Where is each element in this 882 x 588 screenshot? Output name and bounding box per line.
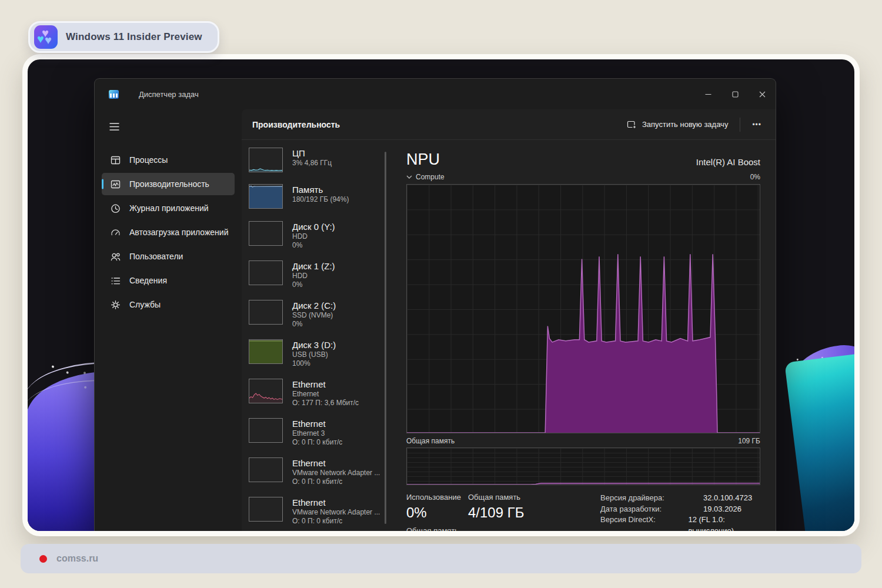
menu-toggle-button[interactable] [104, 118, 124, 135]
perf-item-disk1[interactable]: Диск 1 (Z:)HDD0% [249, 260, 386, 300]
maximize-button[interactable] [721, 79, 749, 109]
run-new-task-button[interactable]: Запустить новую задачу [621, 116, 734, 133]
perf-item-line: О: 0 П: 0 кбит/с [292, 517, 380, 526]
perf-item-cpu[interactable]: ЦП3% 4,86 ГГц [249, 148, 386, 184]
disk3-thumbnail [249, 339, 283, 364]
perf-item-line: SSD (NVMe) [292, 311, 336, 320]
performance-device-list: ЦП3% 4,86 ГГц Память180/192 ГБ (94%) Дис… [242, 140, 386, 536]
content-area: Производительность Запустить новую задач… [242, 109, 776, 536]
insider-badge: ♥ ♥ ♥ Windows 11 Insider Preview [28, 21, 219, 53]
perf-item-line: 3% 4,86 ГГц [292, 159, 332, 168]
perf-item-disk2[interactable]: Диск 2 (C:)SSD (NVMe)0% [249, 300, 386, 339]
cpu-thumbnail [249, 148, 283, 172]
disk1-thumbnail [249, 260, 283, 285]
disk2-thumbnail [249, 300, 283, 325]
perf-item-line: Ethernet [292, 390, 359, 399]
perf-item-title: Ethernet [292, 457, 380, 469]
wallpaper-sparkles [52, 365, 55, 368]
sidebar-item-label: Сведения [129, 276, 167, 286]
sidebar-item-performance[interactable]: Производительность [102, 173, 235, 195]
perf-item-ethernet3[interactable]: EthernetVMware Network Adapter ...О: 0 П… [249, 457, 386, 497]
perf-item-line: Ethernet 3 [292, 429, 342, 438]
footer-watermark: comss.ru [21, 544, 861, 573]
compute-section-label[interactable]: Compute [416, 173, 445, 181]
details-icon [110, 275, 121, 286]
minimize-button[interactable] [694, 79, 721, 109]
window-titlebar[interactable]: Диспетчер задач [95, 79, 776, 109]
badge-label: Windows 11 Insider Preview [66, 31, 202, 43]
directx-version-value: 12 (FL 1.0: вычисление) [688, 514, 760, 536]
perf-item-line: 100% [292, 359, 336, 368]
perf-item-title: Ethernet [292, 497, 380, 508]
sidebar-item-label: Пользователи [129, 252, 183, 262]
sidebar-item-processes[interactable]: Процессы [102, 149, 235, 171]
navigation-sidebar: Процессы Производительность Журнал прило… [95, 109, 242, 536]
processes-icon [110, 155, 121, 166]
perf-item-disk3[interactable]: Диск 3 (D:)USB (USB)100% [249, 339, 386, 379]
sidebar-item-label: Процессы [129, 155, 168, 165]
startup-apps-icon [110, 227, 121, 238]
driver-version-label: Версия драйвера: [600, 493, 703, 504]
driver-date-value: 19.03.2026 [703, 504, 741, 515]
perf-item-ethernet2[interactable]: EthernetEthernet 3О: 0 П: 0 кбит/с [249, 418, 386, 457]
shared-memory-label: Общая память [406, 437, 455, 445]
hamburger-menu-icon [109, 123, 119, 131]
performance-icon [110, 179, 121, 190]
app-history-icon [110, 203, 121, 214]
ethernet1-thumbnail [249, 379, 283, 403]
heart-blue-icon: ♥ [45, 34, 52, 46]
sidebar-item-app-history[interactable]: Журнал приложений [102, 197, 235, 219]
run-new-task-label: Запустить новую задачу [642, 120, 728, 129]
content-header: Производительность Запустить новую задач… [242, 109, 776, 140]
perf-item-line: О: 0 П: 0 кбит/с [292, 477, 380, 486]
sidebar-item-details[interactable]: Сведения [102, 269, 235, 292]
sidebar-item-services[interactable]: Службы [102, 293, 235, 316]
perf-item-line: VMware Network Adapter ... [292, 469, 380, 477]
hearts-logo-icon: ♥ ♥ ♥ [34, 25, 58, 49]
ethernet3-thumbnail [249, 457, 283, 482]
perf-item-line: 0% [292, 280, 335, 289]
perf-item-ethernet4[interactable]: EthernetVMware Network Adapter ...О: 0 П… [249, 497, 386, 536]
perf-item-title: Память [292, 184, 349, 195]
sidebar-item-users[interactable]: Пользователи [102, 245, 235, 268]
disk0-thumbnail [249, 221, 283, 246]
users-icon [110, 251, 121, 262]
ethernet2-thumbnail [249, 418, 283, 443]
perf-item-disk0[interactable]: Диск 0 (Y:)HDD0% [249, 221, 386, 260]
heart-cyan-icon: ♥ [37, 33, 44, 45]
memory-thumbnail [249, 184, 283, 209]
shared-stat-value: 4/109 ГБ [468, 504, 539, 522]
new-task-icon [627, 120, 637, 129]
usage-stat-value: 0% [406, 504, 468, 522]
npu-panel: NPU Intel(R) AI Boost Compute 0% Общая п… [386, 140, 776, 536]
sidebar-item-label: Журнал приложений [129, 203, 209, 213]
perf-item-title: Диск 3 (D:) [292, 339, 336, 350]
compute-current-value: 0% [750, 173, 760, 181]
npu-device-name: Intel(R) AI Boost [696, 156, 760, 169]
sidebar-item-startup-apps[interactable]: Автозагрузка приложений [102, 221, 235, 243]
perf-item-ethernet1[interactable]: EthernetEthernetО: 177 П: 3,6 Мбит/с [249, 379, 386, 418]
wallpaper-teal-shape [784, 352, 860, 536]
perf-item-title: Диск 1 (Z:) [292, 260, 335, 272]
perf-item-line: О: 0 П: 0 кбит/с [292, 438, 342, 447]
sidebar-item-label: Производительность [129, 179, 209, 189]
maximize-icon [732, 91, 739, 98]
perf-item-line: HDD [292, 232, 335, 241]
perf-item-line: VMware Network Adapter ... [292, 508, 380, 517]
red-dot-icon [39, 555, 47, 563]
more-options-button[interactable]: ••• [746, 116, 767, 133]
perf-item-line: HDD [292, 272, 335, 280]
perf-item-title: Диск 2 (C:) [292, 300, 336, 311]
footer-label: comss.ru [56, 553, 98, 564]
usage-stat-label: Использование [406, 493, 468, 502]
shared-memory-graph [406, 447, 760, 485]
perf-item-line: О: 177 П: 3,6 Мбит/с [292, 399, 359, 407]
list-scrollbar-thumb[interactable] [385, 152, 386, 524]
npu-compute-graph [406, 184, 760, 433]
close-button[interactable] [749, 79, 776, 109]
perf-item-memory[interactable]: Память180/192 ГБ (94%) [249, 184, 386, 221]
perf-item-title: Ethernet [292, 379, 359, 390]
driver-date-label: Дата разработки: [600, 504, 703, 515]
task-manager-icon [109, 90, 119, 99]
perf-item-line: 0% [292, 320, 336, 329]
